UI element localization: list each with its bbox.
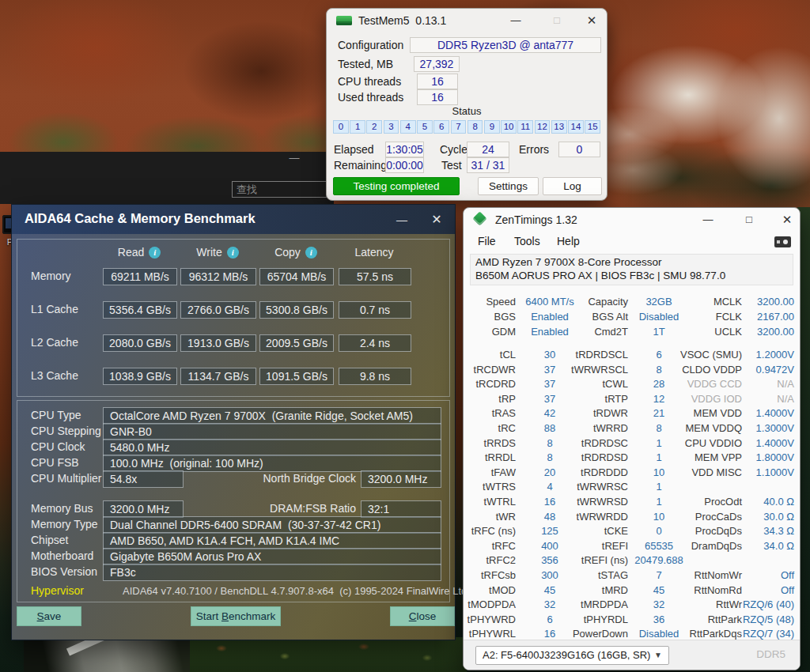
timing-value: 1.3000V: [742, 421, 794, 436]
timing-value: RZQ/5 (48): [742, 612, 794, 627]
timing-label: tWTRL: [467, 494, 516, 509]
timing-label: CPU VDDIO: [676, 436, 742, 451]
cpu-multiplier-value: 54.8x: [103, 470, 184, 488]
timing-value: 1.4000V: [742, 406, 794, 421]
wallpaper-grass: [190, 637, 467, 672]
zen-timing-row: tFAW20tRDRDDD10VDD MISC1.1000V: [464, 465, 800, 480]
maximize-button[interactable]: □: [739, 210, 759, 229]
timing-label: tCWL: [560, 376, 628, 391]
bench-value: 5300.8 GB/s: [259, 301, 334, 319]
minimize-button[interactable]: —: [698, 210, 718, 229]
remaining-value: 0:00:00: [385, 157, 424, 173]
timing-label: BGS: [467, 309, 516, 324]
timing-label: tWR: [467, 509, 516, 524]
timing-label: tRCDRD: [467, 376, 516, 391]
board-bios: B650M AORUS PRO AX | BIOS FB3c | SMU 98.…: [475, 270, 793, 281]
timing-label: tRDRDSD: [560, 450, 628, 465]
motherboard-label: Motherboard: [31, 549, 93, 562]
config-value[interactable]: DDR5 Ryzen3D @ anta777: [410, 37, 601, 53]
timing-label: tREFI: [560, 538, 628, 553]
timing-label: RttWr: [676, 597, 742, 612]
timing-label: tRFC (ns): [467, 523, 516, 538]
testmem5-titlebar[interactable]: TestMem5 0.13.1 — □ ✕: [327, 9, 607, 32]
find-input[interactable]: [232, 181, 331, 198]
cpu-stepping-value: GNR-B0: [103, 423, 441, 440]
timing-label: tRRDL: [467, 450, 516, 465]
zen-timing-row: tRFC2356tREFI (ns)20479.688: [464, 553, 800, 568]
cpu-clock-value: 5480.0 MHz: [103, 439, 441, 456]
status-label: Status: [333, 105, 600, 117]
timing-label: tRDRDSC: [560, 436, 628, 451]
timing-value: 40.0 Ω: [742, 494, 794, 509]
menu-tools[interactable]: Tools: [514, 235, 540, 247]
timing-label: tFAW: [467, 465, 516, 480]
menu-file[interactable]: File: [478, 235, 496, 247]
bench-value: 65704 MB/s: [259, 268, 334, 285]
timing-value: 20479.688: [630, 553, 688, 568]
bench-value: 57.5 ns: [339, 268, 411, 285]
zen-timing-row: tRCDWR37tWRWRSCL8CLDO VDDP0.9472V: [464, 362, 800, 377]
screenshot-camera-icon[interactable]: [774, 236, 791, 247]
zen-timing-row: tRAS42tRDWR21MEM VDD1.4000V: [464, 406, 800, 421]
status-cell: 9: [484, 120, 500, 134]
status-cell: 0: [333, 120, 349, 134]
zentimings-footer: A2: F5-6400J3239G16G (16GB, SR) ▼ DDR5: [464, 640, 800, 670]
save-button[interactable]: Save: [17, 606, 81, 626]
timing-label: tWRWRSC: [560, 479, 628, 494]
timing-label: tRDRDSCL: [560, 347, 628, 362]
zen-timing-row: tWR48tWRWRDD10ProcCaDs30.0 Ω: [464, 509, 800, 524]
settings-button[interactable]: Settings: [478, 177, 539, 195]
timing-value: Off: [742, 568, 794, 583]
timing-value: 34.3 Ω: [742, 523, 794, 538]
zen-timing-row: tCL30tRDRDSCL6VSOC (SMU)1.2000V: [464, 347, 800, 362]
zen-timing-row: tRP37tRTP12VDDG IODN/A: [464, 391, 800, 406]
memory-module-dropdown[interactable]: A2: F5-6400J3239G16G (16GB, SR) ▼: [475, 646, 669, 665]
timing-label: tWRRD: [560, 421, 628, 436]
testing-completed-button[interactable]: Testing completed: [333, 177, 460, 195]
timing-label: tSTAG: [560, 568, 628, 583]
timing-label: tPHYWRD: [467, 612, 516, 627]
zentimings-titlebar[interactable]: ZenTimings 1.32 — □ ✕: [464, 208, 800, 232]
status-cell: 14: [568, 120, 584, 134]
zen-timing-row: tRCDRD37tCWL28VDDG CCDN/A: [464, 376, 800, 391]
close-button[interactable]: Close: [390, 606, 455, 626]
timing-label: tRAS: [467, 406, 516, 421]
zen-timing-row: Speed6400 MT/sCapacity32GBMCLK3200.00: [464, 294, 800, 309]
timing-value: 1.8000V: [742, 450, 794, 465]
bench-value: 69211 MB/s: [103, 268, 177, 285]
timing-label: VDDG IOD: [676, 391, 742, 406]
bench-value: 1038.9 GB/s: [103, 368, 177, 385]
bench-value: 96312 MB/s: [180, 268, 256, 285]
timing-value: N/A: [742, 391, 794, 406]
timing-label: tREFI (ns): [560, 553, 628, 568]
version-text: AIDA64 v7.40.7100 / BenchDLL 4.7.907.8-x…: [123, 585, 441, 597]
timing-label: CLDO VDDP: [676, 362, 742, 377]
timing-value: Off: [742, 583, 794, 598]
timing-label: tRC: [467, 421, 516, 436]
ddr-type-label: DDR5: [756, 648, 785, 660]
minimize-icon[interactable]: —: [285, 150, 304, 166]
log-button[interactable]: Log: [543, 177, 602, 195]
status-cell: 13: [551, 120, 567, 134]
bench-row-label: L3 Cache: [31, 369, 78, 382]
menu-help[interactable]: Help: [557, 235, 580, 247]
close-button[interactable]: ✕: [581, 12, 603, 29]
cpu-clock-label: CPU Clock: [31, 440, 85, 453]
zen-timing-row: tRRDS8tRDRDSC1CPU VDDIO1.4000V: [464, 436, 800, 451]
dram-fsb-ratio-label: DRAM:FSB Ratio: [194, 502, 356, 515]
maximize-button[interactable]: □: [546, 12, 568, 29]
cpu-type-value: OctalCore AMD Ryzen 7 9700X (Granite Rid…: [103, 407, 441, 425]
timing-label: MEM VDDQ: [676, 421, 742, 436]
timing-value: 1: [630, 479, 688, 494]
timing-label: DramDqDs: [676, 538, 742, 553]
close-button[interactable]: ✕: [777, 210, 797, 229]
window-title: ZenTimings 1.32: [495, 213, 577, 226]
minimize-button[interactable]: —: [505, 12, 527, 29]
start-benchmark-button[interactable]: Start Benchmark: [191, 606, 281, 626]
timing-label: ProcOdt: [676, 494, 742, 509]
timing-label: tWTRS: [467, 479, 516, 494]
timing-value: 2167.00: [742, 309, 794, 324]
elapsed-value: 1:30:05: [385, 142, 424, 157]
zen-timing-row: tWTRS4tWRWRSC1: [464, 479, 800, 494]
zentimings-logo-icon: [472, 211, 486, 225]
